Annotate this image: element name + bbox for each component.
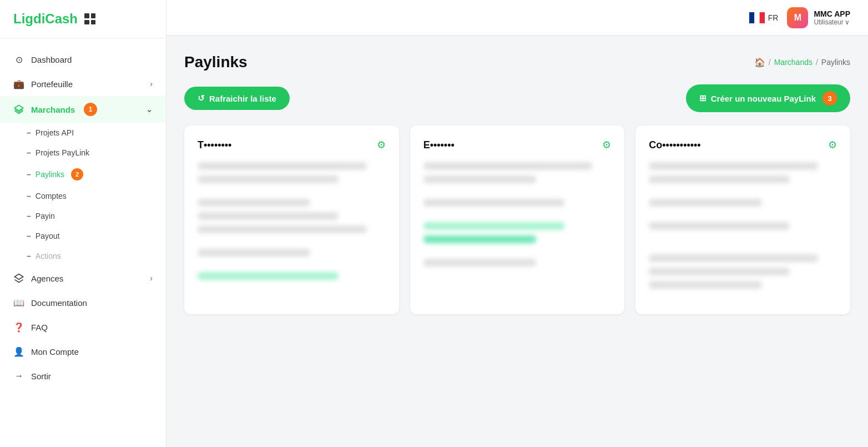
- blurred-content: [649, 175, 790, 183]
- sidebar-item-payout[interactable]: – Payout: [0, 226, 166, 246]
- sidebar-item-label: Sortir: [31, 371, 51, 381]
- sidebar-sub-label: Projets API: [36, 128, 74, 137]
- sidebar-sub-label: Projets PayLink: [36, 148, 89, 157]
- card-body: [198, 162, 386, 280]
- blurred-content: [649, 268, 790, 275]
- blurred-content: [198, 162, 367, 170]
- sidebar-item-payin[interactable]: – Payin: [0, 206, 166, 226]
- sidebar-item-documentation[interactable]: 📖 Documentation: [0, 290, 166, 315]
- topbar: FR M MMC APP Utilisateur ∨: [166, 0, 868, 36]
- layers2-icon: [13, 273, 24, 284]
- sidebar-item-marchands[interactable]: Marchands 1 ⌄: [0, 96, 166, 123]
- sidebar-item-paylinks[interactable]: – Paylinks 2: [0, 163, 166, 186]
- create-paylink-button[interactable]: ⊞ Créer un nouveau PayLink 3: [686, 84, 850, 112]
- help-circle-icon: ❓: [13, 322, 24, 333]
- card-body: [649, 162, 837, 289]
- create-label: Créer un nouveau PayLink: [711, 94, 816, 103]
- user-details: MMC APP Utilisateur ∨: [814, 9, 850, 26]
- sidebar-sub-label: Payout: [36, 232, 60, 240]
- breadcrumb: 🏠 / Marchands / Paylinks: [754, 57, 850, 68]
- home-icon[interactable]: 🏠: [754, 57, 765, 68]
- sidebar-item-label: FAQ: [31, 323, 48, 332]
- sidebar-sub-label: Paylinks: [36, 170, 64, 179]
- briefcase-icon: 💼: [13, 78, 24, 89]
- refresh-icon: ↺: [198, 93, 205, 103]
- user-role: Utilisateur ∨: [814, 18, 850, 26]
- sidebar-item-sortir[interactable]: → Sortir: [0, 364, 166, 388]
- card-header: Co••••••••••• ⚙: [649, 139, 837, 151]
- language-selector[interactable]: FR: [749, 12, 779, 23]
- sidebar-item-label: Marchands: [31, 105, 75, 114]
- sidebar-item-faq[interactable]: ❓ FAQ: [0, 315, 166, 339]
- user-name: MMC APP: [814, 9, 850, 18]
- user-avatar: M: [787, 7, 808, 28]
- chevron-right-icon: ›: [150, 79, 153, 88]
- svg-rect-4: [759, 12, 764, 23]
- sidebar-item-comptes[interactable]: – Comptes: [0, 186, 166, 206]
- blurred-content: [198, 272, 339, 280]
- grid-icon[interactable]: [84, 13, 95, 24]
- sidebar-item-actions[interactable]: – Actions: [0, 246, 166, 266]
- card-header: T•••••••• ⚙: [198, 139, 386, 151]
- page-header: Paylinks 🏠 / Marchands / Paylinks: [184, 53, 850, 71]
- sidebar-item-projets-api[interactable]: – Projets API: [0, 123, 166, 143]
- paylinks-badge: 2: [71, 168, 83, 180]
- sidebar-sub-label: Payin: [36, 212, 55, 220]
- breadcrumb-current: Paylinks: [821, 58, 850, 67]
- paylink-card-3: Co••••••••••• ⚙: [635, 125, 850, 314]
- sidebar-item-label: Agences: [31, 274, 63, 283]
- user-menu[interactable]: M MMC APP Utilisateur ∨: [787, 7, 850, 28]
- blurred-content: [423, 162, 593, 170]
- paylink-card-1: T•••••••• ⚙: [184, 125, 399, 314]
- page-content: Paylinks 🏠 / Marchands / Paylinks ↺ Rafr…: [166, 36, 868, 447]
- sidebar-navigation: ⊙ Dashboard 💼 Portefeuille › Marchands 1…: [0, 38, 166, 447]
- sidebar-item-label: Documentation: [31, 298, 87, 308]
- blurred-content: [649, 199, 761, 207]
- blurred-content: [423, 175, 536, 183]
- main-area: FR M MMC APP Utilisateur ∨ Paylinks 🏠 / …: [166, 0, 868, 447]
- blurred-content: [198, 225, 367, 233]
- sidebar-item-dashboard[interactable]: ⊙ Dashboard: [0, 47, 166, 72]
- blurred-content: [423, 222, 564, 230]
- layers-icon: [13, 104, 24, 115]
- refresh-label: Rafraichir la liste: [209, 94, 276, 103]
- blurred-content: [423, 199, 564, 207]
- card-body: [423, 162, 612, 267]
- sidebar-item-projets-paylink[interactable]: – Projets PayLink: [0, 143, 166, 163]
- blurred-content: [423, 235, 536, 243]
- plus-icon: ⊞: [699, 93, 706, 103]
- user-icon: 👤: [13, 346, 24, 357]
- blurred-content: [649, 222, 790, 230]
- blurred-content: [649, 254, 818, 262]
- breadcrumb-marchands[interactable]: Marchands: [774, 58, 813, 67]
- page-title: Paylinks: [184, 53, 248, 71]
- chevron-right-icon: ›: [150, 274, 153, 283]
- sidebar-logo: LigdiCash: [0, 0, 166, 38]
- paylink-card-2: E••••••• ⚙: [410, 125, 625, 314]
- toolbar: ↺ Rafraichir la liste ⊞ Créer un nouveau…: [184, 84, 850, 112]
- blurred-content: [198, 199, 310, 207]
- blurred-content: [198, 212, 339, 220]
- refresh-button[interactable]: ↺ Rafraichir la liste: [184, 87, 290, 110]
- book-icon: 📖: [13, 297, 24, 308]
- sidebar-sub-label: Comptes: [36, 192, 67, 200]
- settings-icon[interactable]: ⚙: [377, 139, 386, 151]
- marchands-badge: 1: [84, 103, 97, 116]
- card-header: E••••••• ⚙: [423, 139, 612, 151]
- french-flag-icon: [749, 12, 765, 23]
- blurred-content: [198, 249, 310, 257]
- svg-marker-1: [15, 274, 23, 280]
- settings-icon[interactable]: ⚙: [828, 139, 837, 151]
- clock-icon: ⊙: [13, 54, 24, 65]
- blurred-content: [198, 175, 339, 183]
- breadcrumb-sep: /: [769, 58, 771, 67]
- sidebar-item-agences[interactable]: Agences ›: [0, 266, 166, 290]
- settings-icon[interactable]: ⚙: [602, 139, 611, 151]
- lang-label: FR: [768, 13, 779, 22]
- sidebar-item-label: Dashboard: [31, 55, 72, 64]
- card-title: Co•••••••••••: [649, 139, 700, 151]
- logout-icon: →: [13, 370, 24, 381]
- sidebar: LigdiCash ⊙ Dashboard 💼 Portefeuille ›: [0, 0, 166, 447]
- sidebar-item-portefeuille[interactable]: 💼 Portefeuille ›: [0, 72, 166, 96]
- sidebar-item-mon-compte[interactable]: 👤 Mon Compte: [0, 339, 166, 364]
